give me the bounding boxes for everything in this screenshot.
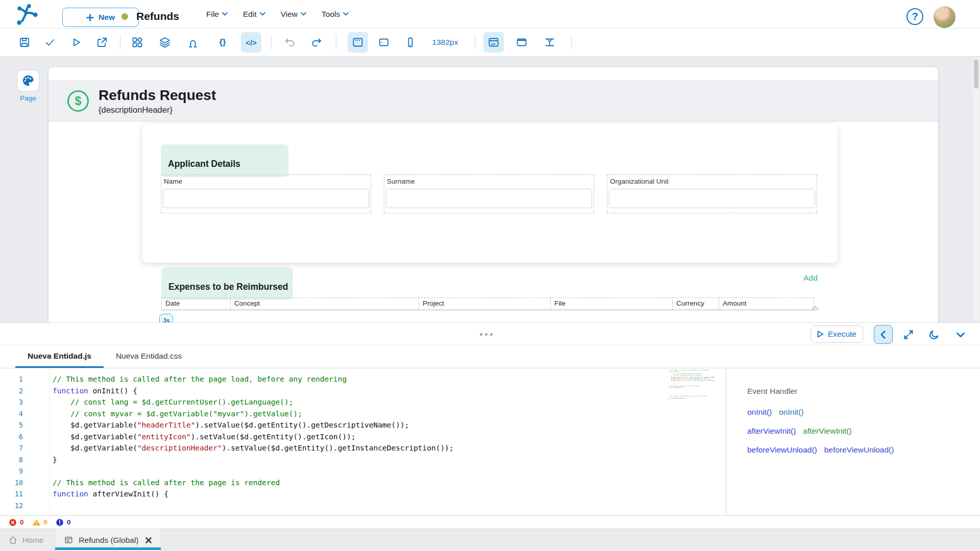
refunds-global-tab[interactable]: Refunds (Global) xyxy=(55,529,161,551)
expenses-table-header[interactable]: DateConceptProjectFileCurrencyAmount xyxy=(161,297,817,310)
field-input-organizational-unit[interactable] xyxy=(609,189,815,208)
editor-tab-bar: Nueva Entidad.jsNueva Entidad.css xyxy=(0,345,980,368)
code-lines[interactable]: 1// This method is called after the page… xyxy=(0,373,454,511)
line-text: $d.getVariable("descriptionHeader").setV… xyxy=(53,442,454,454)
toolbar-separator xyxy=(271,35,272,49)
column-header-date: Date xyxy=(161,297,231,310)
widgets-button[interactable] xyxy=(127,32,148,53)
connections-button[interactable] xyxy=(183,32,203,53)
dark-mode-button[interactable] xyxy=(924,325,943,344)
event-handler-panel: Event Handler onInit()onInit()afterViewI… xyxy=(726,368,980,515)
errors-indicator[interactable]: 0 xyxy=(8,518,24,527)
plus-icon xyxy=(86,14,94,21)
viewport-width-value[interactable]: 1382px xyxy=(425,38,465,47)
column-header-currency: Currency xyxy=(672,297,719,310)
menu-file[interactable]: File xyxy=(206,10,228,19)
mobile-preview-button[interactable] xyxy=(400,32,421,53)
tablet-preview-button[interactable] xyxy=(374,32,394,53)
code-line: 12 xyxy=(0,500,454,512)
line-text xyxy=(53,465,57,477)
event-handler-link[interactable]: afterViewInit() xyxy=(747,427,796,435)
layout-fit-button[interactable] xyxy=(540,32,560,53)
panel-back-button[interactable] xyxy=(874,325,893,344)
warnings-indicator[interactable]: 0 xyxy=(32,518,48,527)
line-text: $d.getVariable("entityIcon").setValue($d… xyxy=(53,431,356,443)
line-number: 7 xyxy=(0,442,23,454)
editor-tab-nueva-entidad-css[interactable]: Nueva Entidad.css xyxy=(104,345,194,368)
undo-button[interactable] xyxy=(280,32,300,53)
panel-collapse-button[interactable] xyxy=(951,325,970,344)
problems-status-bar: 0 0 0 xyxy=(0,515,980,529)
editor-tab-nueva-entidad-js[interactable]: Nueva Entidad.js xyxy=(15,345,104,368)
line-number: 11 xyxy=(0,488,23,500)
applicant-section-title[interactable]: Applicant Details xyxy=(161,144,288,177)
layers-button[interactable] xyxy=(155,32,175,53)
add-expense-link[interactable]: Add xyxy=(803,273,818,283)
canvas-scrollbar[interactable] xyxy=(973,58,979,321)
braces-icon: {} xyxy=(219,37,226,47)
menu-tools[interactable]: Tools xyxy=(322,10,349,19)
form-header-text: Refunds Request {descriptionHeader} xyxy=(99,87,216,115)
chevron-down-icon xyxy=(301,12,306,16)
layout-header-footer-button[interactable] xyxy=(483,32,504,53)
panel-drag-handle[interactable] xyxy=(480,333,493,336)
toolbar-separator xyxy=(120,35,120,49)
help-button[interactable]: ? xyxy=(906,8,923,25)
execute-label: Execute xyxy=(828,330,856,339)
code-line: 7 $d.getVariable("descriptionHeader").se… xyxy=(0,442,454,454)
scroll-top-chevron[interactable] xyxy=(811,306,820,311)
new-button-label: New xyxy=(99,13,115,22)
editor-minimap[interactable]: // This method is called after the page … xyxy=(669,369,715,466)
save-button[interactable] xyxy=(14,32,35,53)
field-label-surname: Surname xyxy=(387,178,592,185)
redo-button[interactable] xyxy=(306,32,327,53)
event-handler-impl-link[interactable]: beforeViewUnload() xyxy=(824,445,894,454)
page-tool-button[interactable] xyxy=(17,70,39,91)
execute-button[interactable]: Execute xyxy=(811,325,863,343)
event-handler-link[interactable]: beforeViewUnload() xyxy=(747,445,817,454)
form-header[interactable]: $ Refunds Request {descriptionHeader} xyxy=(48,81,938,121)
layout-plain-button[interactable] xyxy=(511,32,532,53)
menu-bar: FileEditViewTools xyxy=(206,0,349,28)
code-line: 4 // const myvar = $d.getVariable("myvar… xyxy=(0,408,454,420)
code-line: 3 // const lang = $d.getCurrentUser().ge… xyxy=(0,396,454,408)
applicant-card[interactable]: Applicant Details NameSurnameOrganizatio… xyxy=(142,124,838,263)
chevron-left-icon xyxy=(878,329,889,340)
line-number: 9 xyxy=(0,465,23,477)
js-badge[interactable]: Js xyxy=(159,314,173,322)
column-header-amount: Amount xyxy=(719,297,814,310)
field-input-surname[interactable] xyxy=(386,189,592,208)
code-line: 1// This method is called after the page… xyxy=(0,373,454,385)
scrollbar-thumb[interactable] xyxy=(974,59,978,89)
publish-button[interactable] xyxy=(92,32,112,53)
expenses-section-title[interactable]: Expenses to be Reimbursed xyxy=(161,267,293,300)
field-input-name[interactable] xyxy=(163,189,369,208)
run-button[interactable] xyxy=(66,32,86,53)
tablet-icon xyxy=(378,36,390,48)
infos-indicator[interactable]: 0 xyxy=(55,518,71,527)
home-tab[interactable]: Home xyxy=(0,529,55,551)
close-tab-icon[interactable] xyxy=(145,537,152,544)
app-logo[interactable] xyxy=(15,3,39,27)
panel-expand-button[interactable] xyxy=(899,325,918,344)
event-handler-link[interactable]: onInit() xyxy=(747,408,772,416)
line-number: 5 xyxy=(0,419,23,431)
code-view-button[interactable]: </> xyxy=(241,32,261,53)
toolbar-separator xyxy=(336,35,336,49)
event-handler-impl-link[interactable]: afterViewInit() xyxy=(803,427,851,435)
user-avatar[interactable] xyxy=(934,6,955,28)
validate-button[interactable] xyxy=(40,32,60,53)
menu-view[interactable]: View xyxy=(281,10,306,19)
variables-button[interactable]: {} xyxy=(212,32,233,53)
line-text: // const lang = $d.getCurrentUser().getL… xyxy=(53,396,293,408)
home-tab-label: Home xyxy=(22,536,43,545)
menu-edit[interactable]: Edit xyxy=(243,10,265,19)
app-title: Refunds xyxy=(136,10,179,22)
home-icon xyxy=(8,535,18,545)
minimap-line: $d.getVariable("descriptionHeader").setV… xyxy=(669,380,715,381)
event-handler-impl-link[interactable]: onInit() xyxy=(779,408,803,416)
infos-count: 0 xyxy=(67,518,71,526)
app-status-dot xyxy=(121,13,128,20)
desktop-preview-button[interactable] xyxy=(348,32,368,53)
code-editor[interactable]: 1// This method is called after the page… xyxy=(0,368,980,515)
